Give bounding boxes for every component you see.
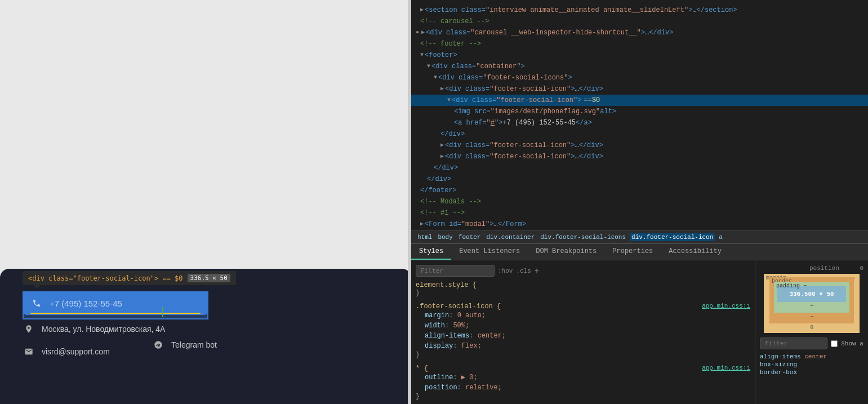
tree-line[interactable]: <!-- carousel --> <box>411 16 868 27</box>
email-text: visrd@support.com <box>42 347 110 356</box>
star-block: * { app.min.css:1 outline: ▶ 0; position… <box>416 365 750 401</box>
tree-line[interactable]: ▶ <Form id="modal">…</Form> <box>411 219 868 230</box>
cls-toggle[interactable]: .cls <box>516 268 531 274</box>
element-style-block: element.style { } <box>416 281 750 297</box>
expand-icon[interactable]: ▶ <box>420 5 424 15</box>
css-selector-element: element.style { <box>416 281 750 289</box>
breadcrumb-body[interactable]: body <box>436 233 454 241</box>
devtools-panel: ▶ <section class="interview animate__ani… <box>411 0 868 404</box>
breadcrumb-social-icon[interactable]: div.footer-social-icon <box>630 233 715 241</box>
styles-left: :hov .cls + element.style { } .footer-so… <box>411 260 755 404</box>
expand-icon[interactable]: ▶ <box>440 152 444 162</box>
tab-event-listeners[interactable]: Event Listeners <box>451 244 528 260</box>
tree-line[interactable]: <!-- footer --> <box>411 38 868 50</box>
expand-icon[interactable]: ▶ <box>440 84 444 94</box>
box-margin-outer: margin − border − padding − 336.500 × 50 <box>764 274 860 333</box>
footer-preview: <div class="footer-social-icon"> == $0 3… <box>0 269 411 404</box>
padding-bottom-val: − <box>776 303 847 309</box>
css-prop-margin: margin: 0 auto; <box>416 310 750 321</box>
show-all-checkbox[interactable] <box>831 340 838 347</box>
expand-icon[interactable]: ▼ <box>420 50 424 60</box>
css-source-star[interactable]: app.min.css:1 <box>702 365 750 371</box>
tree-line[interactable]: <a href="#">+7 (495) 152-55-45</a> <box>411 117 868 128</box>
address-text: Москва, ул. Новодмитровская, 4А <box>42 325 165 334</box>
tree-line[interactable]: </footer> <box>411 185 868 196</box>
styles-filter-input[interactable] <box>416 265 495 277</box>
box-padding-inner: padding − 336.500 × 50 − <box>774 282 849 313</box>
expand-icon[interactable]: ▼ <box>447 95 451 105</box>
breadcrumb-container[interactable]: div.container <box>484 233 536 241</box>
breadcrumb-social-icons[interactable]: div.footer-social-icons <box>538 233 627 241</box>
css-source-link[interactable]: app.min.css:1 <box>702 303 750 309</box>
css-prop-position: position: relative; <box>416 383 750 393</box>
margin-bottom-val: 0 <box>768 325 855 331</box>
breadcrumb-bar: html body footer div.container div.foote… <box>411 231 868 244</box>
tooltip-tag: <div class="footer-social-icon"> == $0 <box>28 274 183 282</box>
dot-marker: ● <box>416 28 419 38</box>
border-box-prop: border-box <box>760 369 863 376</box>
breadcrumb-html[interactable]: html <box>416 233 434 241</box>
expand-icon[interactable]: ▶ <box>421 28 425 38</box>
tree-line[interactable]: ▶ <div class="footer-social-icon">…</div… <box>411 151 868 162</box>
css-close-element: } <box>416 289 750 297</box>
tab-properties[interactable]: Properties <box>604 244 661 260</box>
location-icon <box>23 323 35 335</box>
tree-line[interactable]: </div> <box>411 174 868 185</box>
tab-styles[interactable]: Styles <box>411 244 451 260</box>
underline-decoration <box>30 313 201 314</box>
box-border-inner: border − padding − 336.500 × 50 − − <box>769 277 854 323</box>
position-label: position 0 <box>760 265 863 272</box>
css-prop-display: display: flex; <box>416 341 750 351</box>
css-prop-outline: outline: ▶ 0; <box>416 372 750 383</box>
telegram-text: Telegram bot <box>171 340 217 349</box>
expand-icon[interactable]: ▶ <box>440 140 444 150</box>
tree-line[interactable]: ▼ <footer> <box>411 50 868 61</box>
tree-line[interactable]: </div> <box>411 128 868 140</box>
border-bottom-val: − <box>773 314 851 320</box>
expand-icon[interactable]: ▼ <box>434 73 437 83</box>
css-close-star: } <box>416 393 750 401</box>
tree-line[interactable]: </div> <box>411 162 868 174</box>
box-model-panel: position 0 margin − border − padding − <box>755 260 868 404</box>
tree-line[interactable]: ▶ <section class="interview animate__ani… <box>411 5 868 16</box>
highlight-overlay <box>23 291 208 319</box>
address-row: Москва, ул. Новодмитровская, 4А <box>23 323 389 335</box>
tree-line[interactable]: ▼ <div class="footer-social-icons"> <box>411 72 868 83</box>
webpage-preview: <div class="footer-social-icon"> == $0 3… <box>0 0 411 404</box>
webpage-background <box>0 0 411 276</box>
tree-line[interactable]: <!-- Modals --> <box>411 196 868 207</box>
show-all-label: Show a <box>841 340 863 347</box>
tree-line[interactable]: <img src="images/dest/phoneflag.svg" alt… <box>411 106 868 117</box>
css-close-footer: } <box>416 351 750 359</box>
expand-icon[interactable]: ▶ <box>420 219 424 229</box>
phone-row: +7 (495) 152-55-45 <box>23 291 208 315</box>
align-items-prop: align-items center <box>760 353 863 361</box>
tree-line[interactable]: ● ▶ <div class="carousel __web-inspector… <box>411 27 868 38</box>
tree-line[interactable]: <!-- #1 --> <box>411 207 868 219</box>
telegram-row: Telegram bot <box>152 339 389 351</box>
tree-line-selected[interactable]: ▼ <div class="footer-social-icon"> == $0 <box>411 95 868 106</box>
telegram-icon <box>152 339 164 351</box>
padding-label: padding − <box>776 283 807 289</box>
add-style-rule[interactable]: + <box>535 267 539 276</box>
tab-dom-breakpoints[interactable]: DOM Breakpoints <box>528 244 604 260</box>
bottom-filter-input[interactable] <box>760 338 827 349</box>
breadcrumb-a[interactable]: a <box>717 233 724 241</box>
panel-divider[interactable] <box>408 0 411 404</box>
css-selector-footer: .footer-social-icon { app.min.css:1 <box>416 303 750 310</box>
cursor-line <box>162 307 163 317</box>
breadcrumb-footer[interactable]: footer <box>457 233 483 241</box>
css-selector-star: * { app.min.css:1 <box>416 365 750 372</box>
tree-line[interactable]: ▶ <div class="footer-social-icon">…</div… <box>411 140 868 151</box>
css-prop-width: width: 50%; <box>416 321 750 331</box>
html-tree[interactable]: ▶ <section class="interview animate__ani… <box>411 0 868 231</box>
hover-pseudo[interactable]: :hov <box>498 268 513 274</box>
expand-icon[interactable]: ▼ <box>427 61 430 72</box>
element-tooltip: <div class="footer-social-icon"> == $0 3… <box>23 271 236 285</box>
filter-bar: :hov .cls + <box>416 265 750 277</box>
tree-line[interactable]: ▶ <div class="footer-social-icon">…</div… <box>411 83 868 95</box>
tooltip-dimensions: 336.5 × 50 <box>188 274 230 282</box>
bottom-filter-bar: Show a <box>760 338 863 349</box>
tab-accessibility[interactable]: Accessibility <box>661 244 729 260</box>
tree-line[interactable]: ▼ <div class="container"> <box>411 61 868 72</box>
